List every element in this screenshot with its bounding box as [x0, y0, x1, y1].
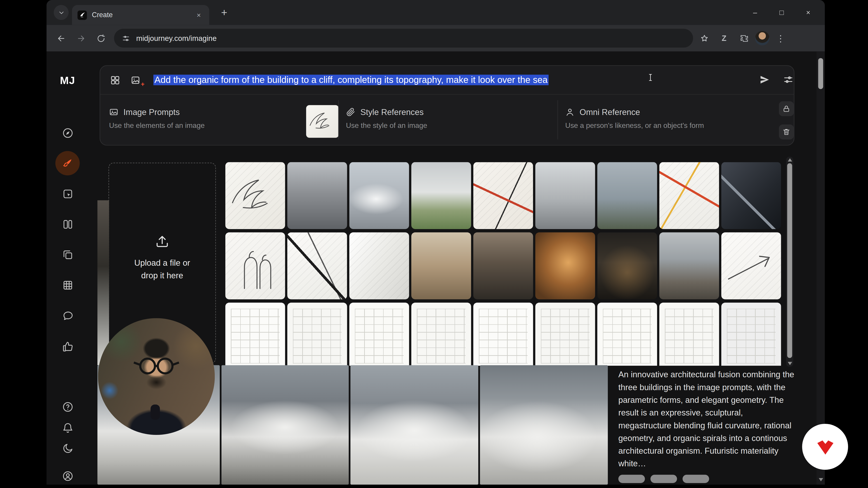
sidebar-item-rate[interactable]: [55, 334, 80, 359]
thumb-floor-plan-7[interactable]: [597, 303, 657, 366]
upload-icon: [155, 234, 169, 249]
browser-menu-icon[interactable]: ⋮: [772, 29, 789, 47]
page-scrollbar-thumb[interactable]: [818, 58, 823, 89]
prompt-bar: + Add the organic form of the building t…: [100, 65, 794, 145]
scroll-down-icon[interactable]: [787, 362, 792, 365]
thumb-apartment-facade-photo[interactable]: [597, 162, 657, 229]
site-settings-icon[interactable]: [122, 34, 130, 42]
thumb-floor-plan-6[interactable]: [535, 303, 595, 366]
address-bar[interactable]: midjourney.com/imagine: [114, 29, 693, 47]
omni-reference-panel[interactable]: Omni Reference Use a person's likeness, …: [565, 95, 770, 145]
maximize-button[interactable]: □: [768, 0, 795, 25]
upload-label: Upload a file or drop it here: [126, 256, 199, 282]
thumb-plan-graphic-sheet[interactable]: [721, 303, 781, 366]
sidebar-item-explore[interactable]: [55, 121, 80, 145]
tab-strip: Create × + – □ ×: [46, 0, 825, 25]
thumb-desert-house-dusk-photo[interactable]: [473, 232, 533, 299]
panel-title: Image Prompts: [123, 107, 180, 117]
thumb-axonometric-drawing[interactable]: [659, 162, 719, 229]
thumb-glass-pavilion-photo[interactable]: [535, 162, 595, 229]
forward-button[interactable]: [72, 29, 90, 47]
paperclip-icon: [346, 107, 355, 117]
prompt-input[interactable]: Add the organic form of the building to …: [153, 75, 549, 86]
thumb-modernist-villa-photo[interactable]: [411, 162, 471, 229]
thumb-desert-complex-photo[interactable]: [411, 232, 471, 299]
prompt-row: + Add the organic form of the building t…: [100, 66, 794, 94]
sidebar-item-theme[interactable]: [55, 436, 80, 460]
extensions-puzzle-icon[interactable]: [735, 29, 753, 47]
thumb-chinese-pagodas-photo[interactable]: [659, 232, 719, 299]
screen: Create × + – □ × midjourney.com/imagine …: [0, 0, 868, 488]
thumb-geometric-volumes-drawing[interactable]: [349, 232, 409, 299]
reload-button[interactable]: [92, 29, 110, 47]
sidebar-item-edit[interactable]: [55, 182, 80, 206]
result-image-2[interactable]: [221, 365, 349, 485]
minimize-button[interactable]: –: [742, 0, 769, 25]
sidebar-item-help[interactable]: [55, 394, 80, 419]
reference-image-grid: [225, 162, 781, 366]
thumb-heydar-aliyev-photo[interactable]: [349, 162, 409, 229]
style-references-panel[interactable]: Style References Use the style of an ima…: [346, 95, 549, 145]
thumb-diagonal-burst-drawing[interactable]: [287, 232, 347, 299]
submit-prompt-button[interactable]: [756, 71, 773, 88]
result-image-4[interactable]: [480, 365, 608, 485]
thumb-pagoda-night-photo[interactable]: [597, 232, 657, 299]
aspect-grid-button[interactable]: [107, 72, 123, 88]
tab-search-button[interactable]: [54, 5, 69, 20]
thumb-floor-plan-3[interactable]: [349, 303, 409, 366]
thumb-floor-plan-1[interactable]: [225, 303, 285, 366]
result-actions: [618, 475, 709, 483]
mj-logo[interactable]: MJ: [46, 75, 89, 87]
result-image-3[interactable]: [350, 365, 478, 485]
back-button[interactable]: [52, 29, 70, 47]
panel-subtitle: Use the elements of an image: [109, 121, 331, 129]
video-frame: Create × + – □ × midjourney.com/imagine …: [0, 0, 868, 488]
bookmark-star-icon[interactable]: [695, 29, 713, 47]
page-scrollbar[interactable]: [816, 52, 825, 485]
image-prompt-thumbnail[interactable]: [306, 105, 339, 138]
thumb-floor-plan-4[interactable]: [411, 303, 471, 366]
panel-subtitle: Use a person's likeness, or an object's …: [565, 121, 770, 129]
chevron-down-icon: [57, 8, 65, 16]
sidebar-item-create[interactable]: [55, 151, 80, 175]
window-controls: – □ ×: [742, 0, 822, 25]
close-button[interactable]: ×: [795, 0, 822, 25]
thumb-figure-sketch[interactable]: [225, 232, 285, 299]
thumb-guggenheim-photo[interactable]: [287, 162, 347, 229]
action-pill[interactable]: [618, 475, 645, 483]
grid-scrollbar[interactable]: [786, 157, 794, 367]
browser-profile-avatar[interactable]: [755, 31, 770, 45]
thumb-warm-interior-photo[interactable]: [535, 232, 595, 299]
tab-close-icon[interactable]: ×: [194, 10, 204, 20]
scroll-up-icon[interactable]: [787, 158, 792, 162]
extension-z-icon[interactable]: Z: [715, 29, 733, 47]
panel-divider: [557, 100, 558, 139]
thumb-organic-sketch[interactable]: [225, 162, 285, 229]
browser-tab-create[interactable]: Create ×: [72, 5, 209, 25]
add-image-button[interactable]: +: [128, 72, 145, 88]
page-scroll-down-icon[interactable]: [818, 478, 823, 482]
thumb-floor-plan-8[interactable]: [659, 303, 719, 366]
sidebar-item-chat[interactable]: [55, 303, 80, 328]
prompt-settings-button[interactable]: [780, 71, 797, 88]
action-pill[interactable]: [651, 475, 677, 483]
image-prompts-panel[interactable]: Image Prompts Use the elements of an ima…: [109, 95, 331, 145]
plus-badge: +: [141, 80, 145, 87]
thumb-dark-isometric-drawing[interactable]: [721, 162, 781, 229]
new-tab-button[interactable]: +: [216, 4, 232, 21]
thumb-constructivist-drawing[interactable]: [473, 162, 533, 229]
sidebar-item-personalize[interactable]: [55, 212, 80, 236]
thumb-minimal-line-sketch[interactable]: [721, 232, 781, 299]
thumb-floor-plan-5[interactable]: [473, 303, 533, 366]
result-description: An innovative architectural fusion combi…: [618, 368, 798, 470]
delete-button[interactable]: [779, 125, 794, 139]
midjourney-favicon-icon: [78, 10, 87, 20]
grid-scrollbar-thumb[interactable]: [787, 163, 792, 358]
lock-button[interactable]: [779, 101, 794, 116]
sidebar-item-organize[interactable]: [55, 242, 80, 267]
sidebar-item-account[interactable]: [55, 464, 80, 485]
action-pill[interactable]: [683, 475, 709, 483]
sidebar-item-archive[interactable]: [55, 273, 80, 297]
url-text: midjourney.com/imagine: [136, 34, 217, 42]
thumb-floor-plan-2[interactable]: [287, 303, 347, 366]
